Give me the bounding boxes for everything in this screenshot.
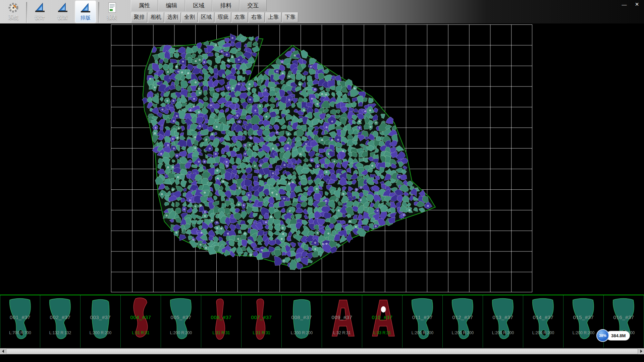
piece-count-label: L:31 R:31 bbox=[201, 330, 241, 335]
nesting-icon bbox=[79, 2, 92, 14]
piece-count-label: L:200 R:200 bbox=[443, 330, 483, 335]
menu-tab-edit[interactable]: 编辑 bbox=[158, 0, 185, 11]
tool-button-row: 聚排相机选割全割区域瑕疵左靠右靠上靠下靠 bbox=[131, 11, 299, 23]
piece-shape-icon bbox=[523, 295, 564, 348]
nav-label: 设计 bbox=[35, 14, 45, 21]
camera-button[interactable]: 相机 bbox=[148, 12, 164, 22]
piece-thumbnail-003_#37[interactable]: 003_#37L:200 R:200 bbox=[80, 295, 121, 348]
menu-tab-region[interactable]: 区域 bbox=[185, 0, 212, 11]
pieces-thumbnail-strip: 001_#37L:700 R:700002_#37L:132 R:132003_… bbox=[0, 295, 644, 348]
piece-count-label: L:700 R:700 bbox=[0, 330, 40, 335]
menu-tab-nest[interactable]: 排料 bbox=[212, 0, 239, 11]
piece-shape-icon bbox=[483, 295, 523, 348]
piece-thumbnail-006_#37[interactable]: 006_#37L:31 R:31 bbox=[201, 295, 241, 348]
piece-label: 002_#37 bbox=[40, 314, 80, 320]
nav-nesting-button[interactable]: 排版 bbox=[75, 1, 96, 23]
nav-system-button[interactable]: 系统 bbox=[3, 1, 24, 23]
menu-tab-row: 属性编辑区域排料交互 bbox=[131, 0, 299, 11]
piece-shape-icon bbox=[0, 295, 41, 348]
toolbar: 系统设计设置排版报表 属性编辑区域排料交互 聚排相机选割全割区域瑕疵左靠右靠上靠… bbox=[0, 0, 644, 23]
window-controls: — ✕ bbox=[621, 1, 641, 8]
piece-shape-icon bbox=[40, 295, 80, 348]
piece-thumbnail-002_#37[interactable]: 002_#37L:132 R:132 bbox=[40, 295, 80, 348]
snap-down-button[interactable]: 下靠 bbox=[282, 12, 298, 22]
piece-count-label: L:200 R:200 bbox=[161, 330, 201, 335]
right-arrow-icon bbox=[640, 350, 642, 353]
piece-thumbnail-005_#37[interactable]: 005_#37L:200 R:200 bbox=[161, 295, 201, 348]
piece-shape-icon bbox=[282, 295, 322, 348]
piece-thumbnail-009_#37[interactable]: 009_#37L:32 R:31 bbox=[322, 295, 362, 348]
piece-label: 013_#37 bbox=[483, 314, 523, 320]
cluster-nest-button[interactable]: 聚排 bbox=[131, 12, 147, 22]
piece-label: 003_#37 bbox=[80, 314, 120, 320]
minimize-button[interactable]: — bbox=[621, 1, 628, 8]
piece-count-label: L:31 R:31 bbox=[241, 330, 281, 335]
piece-count-label: L:200 R:200 bbox=[282, 330, 322, 335]
piece-count-label: L:32 R:31 bbox=[322, 330, 362, 335]
snap-right-button[interactable]: 右靠 bbox=[249, 12, 265, 22]
piece-thumbnail-014_#37[interactable]: 014_#37L:200 R:200 bbox=[523, 295, 564, 348]
select-cut-button[interactable]: 选割 bbox=[165, 12, 181, 22]
nav-label: 系统 bbox=[8, 14, 18, 21]
settings-icon bbox=[56, 2, 69, 14]
menu-tab-interactive[interactable]: 交互 bbox=[239, 0, 267, 11]
piece-thumbnail-011_#37[interactable]: 011_#37L:200 R:200 bbox=[402, 295, 443, 348]
nav-settings-button[interactable]: 设置 bbox=[52, 1, 73, 23]
piece-label: 010_#37 bbox=[362, 314, 402, 320]
piece-count-label: L:132 R:132 bbox=[40, 330, 80, 335]
menu-tab-properties[interactable]: 属性 bbox=[131, 0, 158, 11]
piece-count-label: L:200 R:200 bbox=[402, 330, 442, 335]
close-button[interactable]: ✕ bbox=[633, 1, 641, 8]
toolbar-divider bbox=[98, 2, 99, 23]
piece-shape-icon bbox=[161, 295, 201, 348]
piece-label: 015_#37 bbox=[564, 314, 603, 320]
piece-label: 004_#37 bbox=[121, 314, 161, 320]
piece-label: 001_#37 bbox=[0, 314, 40, 320]
nav-design-button[interactable]: 设计 bbox=[30, 1, 50, 23]
piece-shape-icon bbox=[443, 295, 483, 348]
bottom-filler bbox=[0, 354, 644, 362]
piece-thumbnail-010_#37[interactable]: 010_#37L:33 R:31 bbox=[362, 295, 402, 348]
snap-left-button[interactable]: 左靠 bbox=[232, 12, 248, 22]
piece-label: 014_#37 bbox=[523, 314, 563, 320]
report-icon bbox=[106, 2, 118, 14]
piece-label: 006_#37 bbox=[201, 314, 241, 320]
nesting-canvas[interactable] bbox=[0, 23, 644, 295]
piece-thumbnail-004_#37[interactable]: 004_#37L:31 R:31 bbox=[121, 295, 161, 348]
piece-thumbnail-013_#37[interactable]: 013_#37L:200 R:200 bbox=[483, 295, 523, 348]
piece-thumbnail-001_#37[interactable]: 001_#37L:700 R:700 bbox=[0, 295, 40, 348]
hide-layout-svg[interactable] bbox=[0, 23, 644, 295]
piece-shape-icon bbox=[362, 295, 402, 348]
piece-thumbnail-008_#37[interactable]: 008_#37L:200 R:200 bbox=[282, 295, 322, 348]
progress-indicator: 38% bbox=[596, 329, 609, 342]
toolbar-divider bbox=[26, 2, 27, 23]
scrollbar-thumb[interactable] bbox=[6, 349, 638, 354]
status-badge: 38% 384.8M bbox=[596, 329, 630, 342]
cut-all-button[interactable]: 全割 bbox=[181, 12, 198, 22]
menu-area: 属性编辑区域排料交互 聚排相机选割全割区域瑕疵左靠右靠上靠下靠 bbox=[131, 0, 299, 23]
piece-count-label: L:200 R:200 bbox=[80, 330, 120, 335]
piece-shape-icon bbox=[322, 295, 362, 348]
defect-button[interactable]: 瑕疵 bbox=[215, 12, 231, 22]
gear-icon bbox=[7, 2, 20, 14]
nav-report-button[interactable]: 报表 bbox=[102, 1, 122, 23]
scroll-right-button[interactable] bbox=[638, 348, 644, 354]
nav-label: 报表 bbox=[107, 14, 117, 21]
nav-label: 设置 bbox=[58, 14, 68, 21]
piece-count-label: L:31 R:31 bbox=[121, 330, 161, 335]
piece-shape-icon bbox=[201, 295, 241, 348]
horizontal-scrollbar[interactable] bbox=[0, 348, 644, 354]
design-icon bbox=[34, 2, 46, 14]
piece-thumbnail-007_#37[interactable]: 007_#37L:31 R:31 bbox=[241, 295, 282, 348]
snap-up-button[interactable]: 上靠 bbox=[265, 12, 281, 22]
region-button[interactable]: 区域 bbox=[198, 12, 214, 22]
piece-label: 009_#37 bbox=[322, 314, 362, 320]
piece-count-label: L:33 R:31 bbox=[362, 330, 402, 335]
main-nav: 系统设计设置排版报表 bbox=[0, 0, 123, 23]
piece-label: 007_#37 bbox=[241, 314, 281, 320]
nav-label: 排版 bbox=[80, 15, 91, 21]
piece-count-label: L:200 R:200 bbox=[483, 330, 523, 335]
scroll-left-button[interactable] bbox=[0, 348, 6, 354]
piece-thumbnail-012_#37[interactable]: 012_#37L:200 R:200 bbox=[443, 295, 483, 348]
piece-shape-icon bbox=[402, 295, 443, 348]
